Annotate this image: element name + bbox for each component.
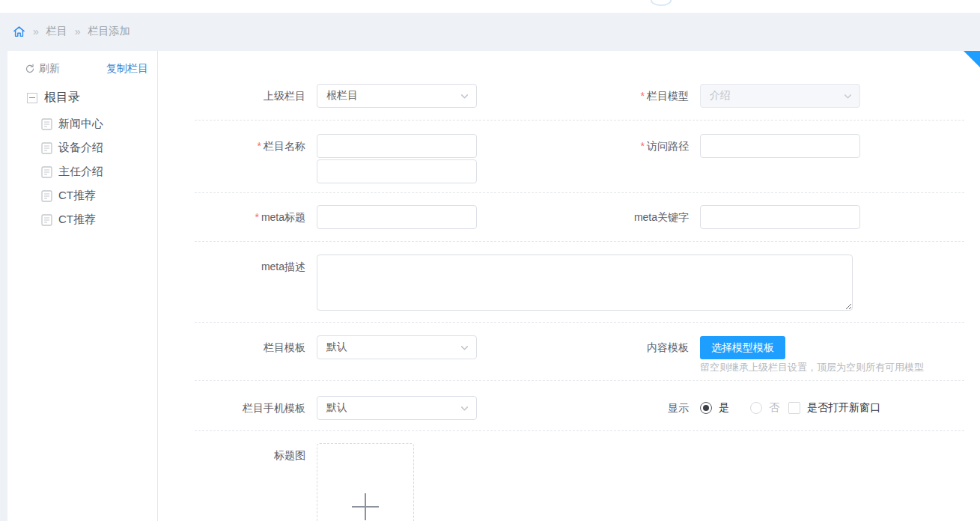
loading-arc xyxy=(651,0,672,6)
breadcrumb: » 栏目 » 栏目添加 xyxy=(13,23,130,40)
content-template-label: 内容模板 xyxy=(495,335,689,359)
chevron-down-icon xyxy=(460,343,469,353)
tree-item-label: 新闻中心 xyxy=(58,117,103,131)
column-name-alias-input[interactable] xyxy=(317,159,477,183)
meta-title-label: *meta标题 xyxy=(158,205,305,229)
row-divider xyxy=(195,241,964,242)
tree-item-label: 设备介绍 xyxy=(58,141,103,155)
radio-no-label: 否 xyxy=(769,401,779,415)
tree-item-label: 主任介绍 xyxy=(58,165,103,179)
breadcrumb-separator: » xyxy=(33,25,39,37)
tree-item-news[interactable]: 新闻中心 xyxy=(41,117,103,131)
display-radio-group: 是 否 是否打开新窗口 xyxy=(700,396,880,420)
parent-column-select[interactable]: 根栏目 xyxy=(317,84,477,108)
mobile-template-select[interactable]: 默认 xyxy=(317,396,477,420)
meta-title-input[interactable] xyxy=(317,205,477,229)
row-divider xyxy=(195,380,964,381)
tree-item-label: CT推荐 xyxy=(58,189,96,203)
column-template-value: 默认 xyxy=(326,341,347,354)
required-mark: * xyxy=(641,90,645,102)
document-icon xyxy=(41,190,52,202)
row-divider xyxy=(195,120,964,121)
document-icon xyxy=(41,214,52,226)
title-image-label: 标题图 xyxy=(158,443,305,467)
tree-item-equipment[interactable]: 设备介绍 xyxy=(41,141,103,155)
radio-yes[interactable] xyxy=(700,402,712,414)
top-bar xyxy=(0,0,980,13)
access-path-label: *访问路径 xyxy=(495,134,689,158)
column-model-value: 介绍 xyxy=(710,89,731,103)
tree-item-ct-1[interactable]: CT推荐 xyxy=(41,189,96,203)
refresh-icon xyxy=(25,64,35,74)
tree-item-ct-2[interactable]: CT推荐 xyxy=(41,213,96,227)
column-name-label: *栏目名称 xyxy=(158,134,305,158)
refresh-label: 刷新 xyxy=(39,62,60,76)
plus-icon xyxy=(352,493,379,520)
radio-no[interactable] xyxy=(750,402,762,414)
refresh-button[interactable]: 刷新 xyxy=(25,62,60,76)
tree-item-director[interactable]: 主任介绍 xyxy=(41,165,103,179)
copy-column-link[interactable]: 复制栏目 xyxy=(106,62,148,76)
title-image-upload[interactable] xyxy=(317,443,414,521)
breadcrumb-separator: » xyxy=(75,25,81,37)
required-mark: * xyxy=(258,140,261,152)
mobile-template-value: 默认 xyxy=(326,401,347,415)
chevron-down-icon xyxy=(843,91,853,101)
display-label: 显示 xyxy=(495,396,689,420)
breadcrumb-item-column[interactable]: 栏目 xyxy=(46,25,67,38)
required-mark: * xyxy=(255,211,258,223)
row-divider xyxy=(195,192,964,193)
column-template-select[interactable]: 默认 xyxy=(317,335,477,359)
column-add-form: 上级栏目 根栏目 *栏目模型 介绍 *栏目名称 *访问路径 *meta标题 me… xyxy=(158,51,980,521)
document-icon xyxy=(41,166,52,178)
tree-item-label: CT推荐 xyxy=(58,213,96,227)
tree-root[interactable]: 根目录 xyxy=(27,90,80,106)
row-divider xyxy=(195,430,964,431)
column-model-label: *栏目模型 xyxy=(495,84,689,108)
column-model-select: 介绍 xyxy=(700,84,860,108)
meta-keywords-input[interactable] xyxy=(700,205,860,229)
meta-keywords-label: meta关键字 xyxy=(495,205,689,229)
open-new-window-checkbox[interactable] xyxy=(788,402,800,414)
open-new-window-label: 是否打开新窗口 xyxy=(807,401,880,415)
collapse-icon[interactable] xyxy=(27,93,37,103)
parent-column-label: 上级栏目 xyxy=(158,84,305,108)
sidebar-header: 刷新 复制栏目 xyxy=(25,62,148,76)
home-icon[interactable] xyxy=(13,25,25,38)
row-divider xyxy=(195,322,964,323)
choose-model-template-button[interactable]: 选择模型模板 xyxy=(700,336,785,359)
column-name-input[interactable] xyxy=(317,134,477,158)
document-icon xyxy=(41,142,52,154)
chevron-down-icon xyxy=(460,91,469,101)
column-template-label: 栏目模板 xyxy=(158,335,305,359)
required-mark: * xyxy=(641,140,645,152)
meta-description-label: meta描述 xyxy=(158,255,305,278)
meta-description-textarea[interactable] xyxy=(317,255,853,311)
radio-yes-label: 是 xyxy=(719,401,729,415)
mobile-template-label: 栏目手机模板 xyxy=(158,396,305,420)
access-path-input[interactable] xyxy=(700,134,860,158)
parent-column-value: 根栏目 xyxy=(326,89,358,103)
chevron-down-icon xyxy=(460,403,469,413)
content-template-hint: 留空则继承上级栏目设置，顶层为空则所有可用模型 xyxy=(700,361,924,374)
main-panel: 刷新 复制栏目 根目录 新闻中心 设备介绍 主任介绍 CT推荐 xyxy=(7,51,980,521)
tree-root-label: 根目录 xyxy=(44,90,80,106)
document-icon xyxy=(41,118,52,130)
breadcrumb-item-column-add: 栏目添加 xyxy=(88,25,130,38)
